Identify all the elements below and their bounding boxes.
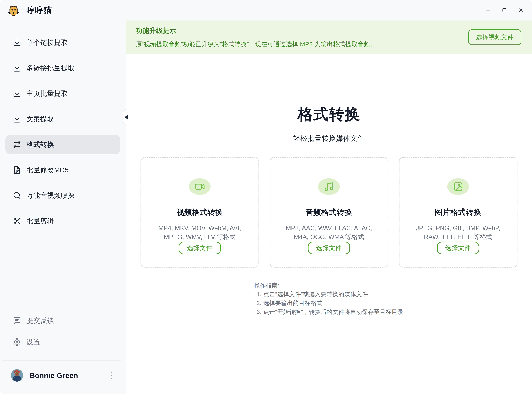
scissors-icon bbox=[13, 217, 21, 225]
close-button[interactable] bbox=[517, 7, 524, 14]
window-controls bbox=[485, 7, 524, 14]
app-logo-cat-icon bbox=[8, 4, 20, 16]
sidebar-item-label: 提交反馈 bbox=[26, 316, 54, 325]
download-icon bbox=[13, 64, 21, 72]
maximize-button[interactable] bbox=[501, 7, 508, 14]
chevron-left-icon bbox=[125, 114, 128, 120]
sidebar-item-batch-modify-md5[interactable]: 批量修改MD5 bbox=[5, 160, 120, 180]
minimize-icon bbox=[485, 7, 491, 13]
sidebar-divider bbox=[2, 360, 121, 361]
download-icon bbox=[13, 115, 21, 123]
select-file-button[interactable]: 选择文件 bbox=[437, 242, 479, 254]
sidebar-item-label: 文案提取 bbox=[26, 114, 54, 124]
sidebar-item-label: 万能音视频嗅探 bbox=[26, 191, 75, 200]
minimize-button[interactable] bbox=[485, 7, 491, 14]
page-title: 格式转换 bbox=[126, 104, 532, 125]
sidebar-item-settings[interactable]: 设置 bbox=[0, 332, 126, 352]
feedback-icon bbox=[13, 316, 21, 325]
card-formats: JPEG, PNG, GIF, BMP, WebP, RAW, TIFF, HE… bbox=[408, 224, 509, 242]
banner-title: 功能升级提示 bbox=[136, 26, 376, 35]
sidebar-item-label: 批量修改MD5 bbox=[26, 166, 69, 175]
image-convert-card[interactable]: 图片格式转换 JPEG, PNG, GIF, BMP, WebP, RAW, T… bbox=[399, 157, 517, 268]
app-title: 哼哼猫 bbox=[26, 5, 52, 16]
guide-step: 1. 点击“选择文件”或拖入要转换的媒体文件 bbox=[254, 290, 404, 299]
titlebar: 哼哼猫 bbox=[0, 0, 532, 21]
card-formats: MP3, AAC, WAV, FLAC, ALAC, M4A, OGG, WMA… bbox=[278, 224, 380, 242]
select-file-button[interactable]: 选择文件 bbox=[178, 242, 221, 254]
sidebar-item-label: 主页批量提取 bbox=[26, 89, 68, 98]
banner-body: 原“视频提取音频”功能已升级为“格式转换”，现在可通过选择 MP3 为输出格式提… bbox=[136, 40, 376, 48]
sidebar-item-label: 批量剪辑 bbox=[26, 217, 54, 226]
guide-step: 2. 选择要输出的目标格式 bbox=[254, 299, 404, 307]
sidebar-item-label: 多链接批量提取 bbox=[26, 63, 75, 73]
sidebar-item-format-convert[interactable]: 格式转换 bbox=[5, 135, 120, 154]
guide-title: 操作指南: bbox=[254, 281, 404, 290]
search-icon bbox=[13, 192, 21, 200]
sidebar-item-label: 设置 bbox=[26, 337, 40, 347]
file-edit-icon bbox=[13, 166, 21, 174]
avatar bbox=[11, 369, 23, 382]
user-profile[interactable]: Bonnie Green bbox=[0, 366, 126, 385]
sidebar-nav: 单个链接提取 多链接批量提取 主页批量提取 bbox=[0, 33, 126, 231]
sidebar-item-label: 格式转换 bbox=[26, 140, 54, 149]
music-icon bbox=[318, 178, 340, 195]
conversion-cards: 视频格式转换 MP4, MKV, MOV, WebM, AVI, MPEG, W… bbox=[126, 157, 532, 268]
image-icon bbox=[447, 178, 469, 195]
sidebar-item-copy-extract[interactable]: 文案提取 bbox=[5, 109, 120, 129]
select-file-button[interactable]: 选择文件 bbox=[308, 242, 350, 254]
page-subtitle: 轻松批量转换媒体文件 bbox=[126, 134, 532, 143]
maximize-icon bbox=[501, 7, 507, 13]
card-title: 视频格式转换 bbox=[177, 207, 223, 217]
close-icon bbox=[518, 7, 524, 13]
sidebar-collapse-handle[interactable] bbox=[123, 109, 133, 125]
sidebar-item-batch-clip[interactable]: 批量剪辑 bbox=[5, 211, 120, 231]
sidebar-item-homepage-batch-extract[interactable]: 主页批量提取 bbox=[5, 84, 120, 104]
gear-icon bbox=[13, 338, 21, 346]
sidebar-item-multi-link-batch-extract[interactable]: 多链接批量提取 bbox=[5, 58, 120, 78]
card-title: 图片格式转换 bbox=[435, 207, 481, 217]
audio-convert-card[interactable]: 音频格式转换 MP3, AAC, WAV, FLAC, ALAC, M4A, O… bbox=[270, 157, 388, 268]
select-video-file-button[interactable]: 选择视频文件 bbox=[468, 29, 522, 45]
repeat-icon bbox=[13, 140, 21, 149]
upgrade-banner: 功能升级提示 原“视频提取音频”功能已升级为“格式转换”，现在可通过选择 MP3… bbox=[126, 21, 532, 54]
main-content: 功能升级提示 原“视频提取音频”功能已升级为“格式转换”，现在可通过选择 MP3… bbox=[126, 21, 532, 394]
download-icon bbox=[13, 39, 21, 47]
app-window: 哼哼猫 单个链接提取 bbox=[0, 0, 532, 394]
sidebar-item-label: 单个链接提取 bbox=[26, 38, 68, 47]
guide-step: 3. 点击“开始转换”，转换后的文件将自动保存至目标目录 bbox=[254, 307, 404, 316]
card-formats: MP4, MKV, MOV, WebM, AVI, MPEG, WMV, FLV… bbox=[149, 224, 250, 242]
user-name: Bonnie Green bbox=[30, 371, 78, 380]
download-icon bbox=[13, 89, 21, 98]
sidebar-footer: 提交反馈 设置 bbox=[0, 311, 126, 394]
video-convert-card[interactable]: 视频格式转换 MP4, MKV, MOV, WebM, AVI, MPEG, W… bbox=[141, 157, 259, 268]
sidebar-item-av-sniffer[interactable]: 万能音视频嗅探 bbox=[5, 186, 120, 205]
operation-guide: 操作指南: 1. 点击“选择文件”或拖入要转换的媒体文件 2. 选择要输出的目标… bbox=[254, 281, 404, 316]
kebab-menu-icon[interactable] bbox=[110, 371, 114, 380]
video-icon bbox=[189, 178, 211, 195]
sidebar-item-feedback[interactable]: 提交反馈 bbox=[0, 311, 126, 331]
card-title: 音频格式转换 bbox=[306, 207, 352, 217]
sidebar-item-single-link-extract[interactable]: 单个链接提取 bbox=[5, 33, 120, 52]
sidebar: 单个链接提取 多链接批量提取 主页批量提取 bbox=[0, 21, 126, 394]
